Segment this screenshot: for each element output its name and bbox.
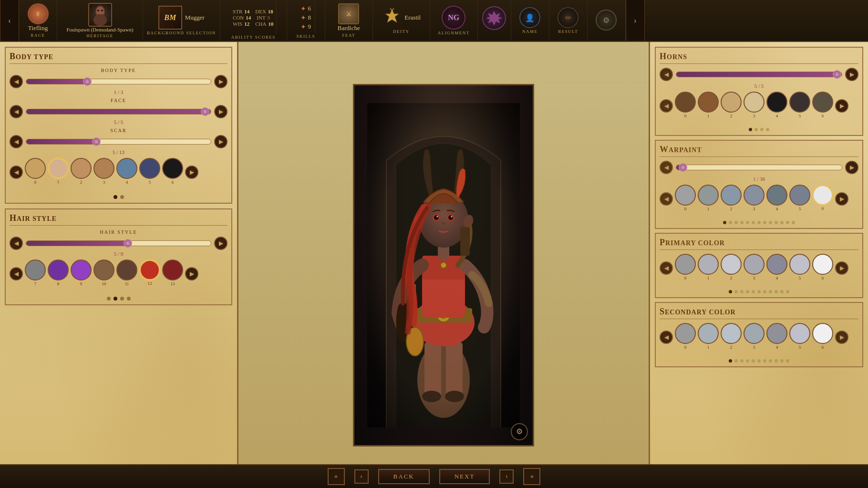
- dbl-left-arrow-btn[interactable]: «: [328, 468, 345, 485]
- horns-prev[interactable]: ◀: [660, 68, 673, 81]
- warpaint-swatch-2[interactable]: 2: [721, 185, 742, 206]
- nav-item-feat[interactable]: ⚔ Bardiche FEAT: [325, 0, 373, 42]
- skin-swatch-5[interactable]: 5: [139, 158, 160, 179]
- skin-swatch-6[interactable]: 6: [162, 158, 183, 179]
- warpaint-swatch-6[interactable]: 6: [812, 185, 833, 206]
- scar-thumb[interactable]: [92, 137, 101, 146]
- warpaint-next[interactable]: ▶: [845, 161, 858, 174]
- secondary-swatch-6[interactable]: 6: [812, 323, 833, 344]
- secondary-swatch-0[interactable]: 0: [675, 323, 696, 344]
- horns-swatch-5[interactable]: 5: [789, 92, 810, 113]
- primary-swatch-3[interactable]: 3: [744, 254, 765, 275]
- warpaint-prev[interactable]: ◀: [660, 161, 673, 174]
- face-thumb[interactable]: [201, 107, 209, 116]
- warpaint-thumb[interactable]: [679, 163, 687, 172]
- scar-next[interactable]: ▶: [214, 135, 227, 148]
- horns-swatch-1[interactable]: 1: [698, 92, 719, 113]
- warpaint-swatch-1[interactable]: 1: [698, 185, 719, 206]
- secondary-swatch-5[interactable]: 5: [789, 323, 810, 344]
- dbl-right-arrow-btn[interactable]: »: [523, 468, 540, 485]
- secondary-color-next[interactable]: ▶: [835, 331, 848, 344]
- horns-swatch-4[interactable]: 4: [766, 92, 787, 113]
- horns-swatch-0[interactable]: 0: [675, 92, 696, 113]
- horns-next[interactable]: ▶: [845, 68, 858, 81]
- hair-swatch-11[interactable]: 11: [116, 260, 137, 280]
- secondary-swatch-4[interactable]: 4: [766, 323, 787, 344]
- hair-style-thumb[interactable]: [124, 239, 132, 248]
- settings-gear[interactable]: ⚙: [511, 423, 528, 440]
- warpaint-swatch-4[interactable]: 4: [766, 185, 787, 206]
- skin-swatch-3[interactable]: 3: [93, 158, 114, 179]
- hair-color-prev[interactable]: ◀: [10, 267, 23, 280]
- hair-swatch-7[interactable]: 7: [25, 260, 46, 280]
- ability-label: ABILITY SCORES: [231, 35, 276, 40]
- secondary-swatch-3[interactable]: 3: [744, 323, 765, 344]
- primary-swatch-6[interactable]: 6: [812, 254, 833, 275]
- nav-item-name[interactable]: ✏ RESULT: [549, 0, 588, 42]
- hair-style-prev[interactable]: ◀: [10, 237, 23, 250]
- nav-item-skills[interactable]: ✦ 6 ✦ 8 ✦ 9 SKILLS: [287, 0, 325, 42]
- back-button[interactable]: BACK: [378, 469, 430, 484]
- hair-swatch-9[interactable]: 9: [71, 260, 92, 280]
- primary-swatch-1[interactable]: 1: [698, 254, 719, 275]
- hair-color-next[interactable]: ▶: [185, 267, 198, 280]
- hair-swatch-8[interactable]: 8: [48, 260, 69, 280]
- body-type-thumb[interactable]: [83, 77, 92, 86]
- secondary-swatch-1[interactable]: 1: [698, 323, 719, 344]
- horns-thumb[interactable]: [833, 70, 841, 79]
- nav-item-background[interactable]: BM Mugger BACKGROUND SELECTION: [143, 0, 220, 42]
- skin-next[interactable]: ▶: [185, 166, 198, 179]
- hair-style-next[interactable]: ▶: [214, 237, 227, 250]
- hair-style-track[interactable]: [26, 240, 211, 246]
- next-button[interactable]: NEXT: [439, 469, 490, 484]
- skin-swatch-4[interactable]: 4: [116, 158, 137, 179]
- nav-item-alignment[interactable]: NG ALIGNMENT: [430, 0, 478, 42]
- horns-color-prev[interactable]: ◀: [660, 99, 673, 113]
- scar-track[interactable]: [26, 139, 211, 145]
- nav-item-race[interactable]: ♀ Tiefling RACE: [19, 0, 57, 42]
- primary-swatch-2[interactable]: 2: [721, 254, 742, 275]
- face-track[interactable]: [26, 109, 211, 114]
- nav-item-heritage[interactable]: Foulspawn (Demodand-Spawn) HERITAGE: [57, 0, 143, 42]
- horns-swatch-2[interactable]: 2: [721, 92, 742, 113]
- hair-swatch-13[interactable]: 13: [162, 260, 183, 280]
- warpaint-swatch-0[interactable]: 0: [675, 185, 696, 206]
- secondary-color-prev[interactable]: ◀: [660, 331, 673, 344]
- warpaint-section: Warpaint ◀ ▶ 1 / 38 ◀ 0 1 2 3 4 5 6 ▶: [655, 140, 863, 229]
- horns-swatch-6[interactable]: 6: [812, 92, 833, 113]
- primary-swatch-0[interactable]: 0: [675, 254, 696, 275]
- skin-swatch-2[interactable]: 2: [71, 158, 92, 179]
- hair-swatch-10[interactable]: 10: [93, 260, 114, 280]
- horns-swatch-3[interactable]: 3: [744, 92, 765, 113]
- nav-left-arrow[interactable]: ‹: [0, 0, 19, 42]
- warpaint-swatch-5[interactable]: 5: [789, 185, 810, 206]
- body-type-next[interactable]: ▶: [214, 75, 227, 88]
- nav-item-result[interactable]: ⚙: [588, 0, 626, 42]
- secondary-swatch-2[interactable]: 2: [721, 323, 742, 344]
- body-type-prev[interactable]: ◀: [10, 75, 23, 88]
- face-next[interactable]: ▶: [214, 105, 227, 118]
- warpaint-color-prev[interactable]: ◀: [660, 192, 673, 206]
- warpaint-track[interactable]: [676, 165, 842, 170]
- hair-swatch-12[interactable]: 12: [139, 260, 160, 280]
- primary-swatch-4[interactable]: 4: [766, 254, 787, 275]
- horns-color-next[interactable]: ▶: [835, 99, 848, 113]
- face-prev[interactable]: ◀: [10, 105, 23, 118]
- nav-item-deity[interactable]: Erastil DEITY: [373, 0, 430, 42]
- nav-item-voice[interactable]: 👤 NAME: [511, 0, 549, 42]
- body-type-track[interactable]: [26, 79, 211, 84]
- skin-prev[interactable]: ◀: [10, 166, 23, 179]
- skin-swatch-1[interactable]: 1: [48, 158, 69, 179]
- right-arrow-btn[interactable]: ›: [499, 469, 514, 484]
- skin-swatch-0[interactable]: 0: [25, 158, 46, 179]
- primary-color-prev[interactable]: ◀: [660, 261, 673, 275]
- warpaint-color-next[interactable]: ▶: [835, 192, 848, 206]
- primary-swatch-5[interactable]: 5: [789, 254, 810, 275]
- horns-track[interactable]: [676, 72, 842, 77]
- left-arrow-btn[interactable]: ‹: [354, 469, 369, 484]
- warpaint-swatch-3[interactable]: 3: [744, 185, 765, 206]
- nav-item-ability[interactable]: STR14 DEX18 CON14 INT9 WIS12 CHA10 ABILI…: [220, 0, 287, 42]
- scar-prev[interactable]: ◀: [10, 135, 23, 148]
- primary-color-next[interactable]: ▶: [835, 261, 848, 275]
- nav-right-arrow[interactable]: ›: [626, 0, 645, 42]
